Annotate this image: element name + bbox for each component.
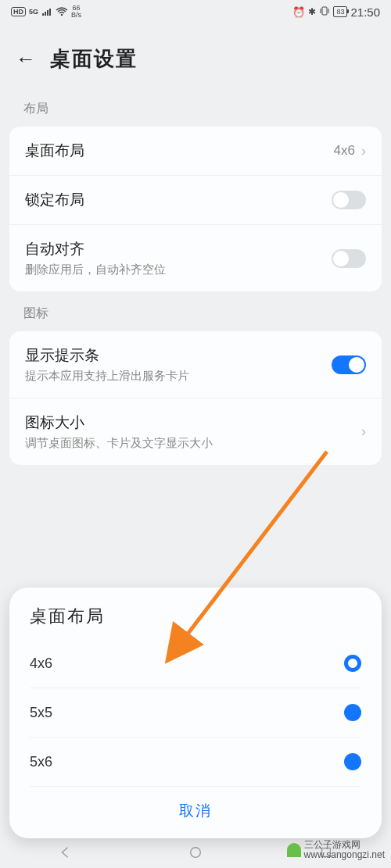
radio-icon <box>344 753 361 770</box>
option-label: 5x5 <box>30 705 52 721</box>
cancel-button[interactable]: 取消 <box>30 787 361 830</box>
nav-back-icon[interactable] <box>58 845 72 863</box>
option-4x6[interactable]: 4x6 <box>30 639 361 688</box>
option-5x5[interactable]: 5x5 <box>30 688 361 738</box>
nav-home-icon[interactable] <box>188 845 203 863</box>
option-label: 4x6 <box>30 655 52 672</box>
option-5x6[interactable]: 5x6 <box>30 738 361 787</box>
watermark-text: 三公子游戏网 www.sangongzi.net <box>304 840 385 860</box>
layout-picker-sheet: 桌面布局 4x6 5x5 5x6 取消 <box>9 588 382 838</box>
radio-icon <box>344 655 361 672</box>
sheet-title: 桌面布局 <box>30 605 361 628</box>
radio-icon <box>344 704 361 721</box>
svg-point-5 <box>191 848 201 858</box>
watermark: 三公子游戏网 www.sangongzi.net <box>287 840 385 860</box>
watermark-logo-icon <box>287 843 301 857</box>
option-label: 5x6 <box>30 754 52 770</box>
